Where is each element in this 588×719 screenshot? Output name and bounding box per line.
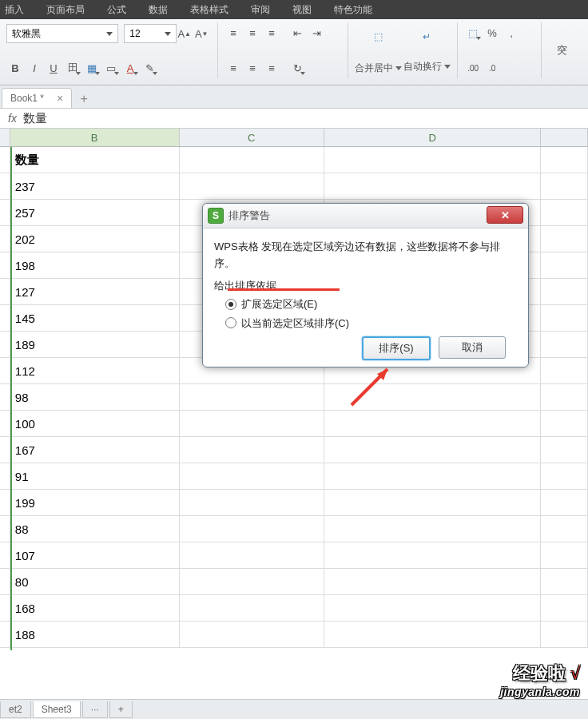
dialog-body: WPS表格 发现在选定区域旁边还有数据，这些数据将不参与排序。 给出排序依据 扩… [203, 228, 528, 370]
annotation-underline [228, 288, 340, 291]
cell[interactable]: 88 [10, 516, 180, 542]
watermark: 经验啦 √ jingyanla.com [500, 661, 580, 698]
merge-icon: ⬚ [374, 26, 383, 48]
orientation-icon[interactable]: ↻ [288, 59, 306, 77]
cell[interactable]: 198 [10, 252, 180, 278]
fx-icon[interactable]: fx [8, 112, 17, 125]
font-size-combo[interactable]: 12 [124, 24, 177, 43]
column-header-row: B C D [0, 129, 588, 147]
highlight-icon[interactable]: ✎ [141, 59, 158, 77]
align-group: ≡ ≡ ≡ ⇤ ⇥ ≡ ≡ ≡ ↻ [218, 22, 348, 78]
cell[interactable]: 112 [10, 358, 180, 383]
sheet-tab-bar: et2 Sheet3 ··· + [0, 699, 588, 719]
misc-group: 突 [542, 22, 583, 78]
col-header-c[interactable]: C [180, 129, 325, 146]
menubar: 插入 页面布局 公式 数据 表格样式 审阅 视图 特色功能 [0, 0, 588, 19]
menu-tablestyle[interactable]: 表格样式 [190, 3, 228, 17]
cancel-button[interactable]: 取消 [439, 336, 506, 359]
increase-font-icon[interactable]: A▲ [177, 25, 193, 42]
cell[interactable]: 100 [10, 411, 180, 436]
align-left-icon[interactable]: ≡ [224, 59, 242, 77]
fill-color-icon[interactable]: ▭ [102, 59, 120, 77]
cell[interactable]: 189 [10, 332, 180, 357]
align-middle-icon[interactable]: ≡ [244, 24, 261, 42]
align-right-icon[interactable]: ≡ [263, 59, 280, 77]
decrease-font-icon[interactable]: A▼ [193, 25, 209, 42]
cell[interactable]: 202 [10, 226, 180, 252]
align-bottom-icon[interactable]: ≡ [263, 24, 280, 42]
bold-icon[interactable]: B [6, 59, 24, 77]
menu-data[interactable]: 数据 [149, 3, 168, 17]
menu-layout[interactable]: 页面布局 [46, 3, 85, 17]
ribbon: 软雅黑 12 A▲ A▼ B I U 田 ▦ ▭ A ✎ ≡ ≡ ≡ [0, 19, 588, 85]
font-color-icon[interactable]: A [121, 59, 139, 77]
font-name-combo[interactable]: 软雅黑 [6, 24, 118, 43]
formula-value[interactable]: 数量 [23, 111, 47, 126]
sheet-tab-add[interactable]: + [109, 701, 133, 718]
radio-label: 扩展选定区域(E) [241, 296, 317, 312]
annotation-arrow [344, 361, 399, 409]
menu-feature[interactable]: 特色功能 [334, 3, 372, 17]
dialog-message: WPS表格 发现在选定区域旁边还有数据，这些数据将不参与排序。 [214, 238, 517, 272]
radio-current-selection[interactable]: 以当前选定区域排序(C) [225, 315, 517, 332]
merge-group: ⬚ 合并居中 ↵ 自动换行 [348, 22, 458, 78]
cell[interactable]: 237 [10, 173, 180, 199]
italic-icon[interactable]: I [26, 59, 43, 77]
increase-decimal-icon[interactable]: .00 [464, 59, 482, 77]
radio-label: 以当前选定区域排序(C) [241, 315, 349, 332]
cell[interactable]: 188 [10, 622, 180, 647]
sort-button[interactable]: 排序(S) [362, 336, 431, 360]
col-header-e[interactable] [541, 129, 588, 146]
cell[interactable]: 168 [10, 595, 180, 621]
sheet-tab-et2[interactable]: et2 [0, 701, 31, 718]
menu-formula[interactable]: 公式 [107, 3, 126, 17]
indent-decrease-icon[interactable]: ⇤ [288, 24, 306, 42]
watermark-check-icon: √ [570, 663, 580, 683]
cell-header[interactable]: 数量 [10, 147, 180, 173]
sheet-tab-sheet3[interactable]: Sheet3 [33, 701, 81, 718]
wrap-text-button[interactable]: ↵ 自动换行 [403, 26, 451, 75]
cell-style-icon[interactable]: ▦ [83, 59, 101, 77]
add-tab-button[interactable]: + [75, 90, 93, 108]
underline-icon[interactable]: U [45, 59, 62, 77]
number-format-icon[interactable]: ⬚ [464, 24, 482, 42]
comma-icon[interactable]: , [503, 24, 520, 42]
sort-warning-dialog: S 排序警告 ✕ WPS表格 发现在选定区域旁边还有数据，这些数据将不参与排序。… [202, 203, 529, 367]
cell[interactable]: 127 [10, 279, 180, 304]
decrease-decimal-icon[interactable]: .0 [483, 59, 501, 77]
wps-icon: S [208, 208, 224, 224]
align-top-icon[interactable]: ≡ [224, 24, 242, 42]
cell[interactable]: 145 [10, 305, 180, 331]
percent-icon[interactable]: % [483, 24, 501, 42]
dialog-close-button[interactable]: ✕ [487, 206, 523, 224]
indent-increase-icon[interactable]: ⇥ [308, 24, 325, 42]
radio-dot-selected [225, 299, 236, 310]
merge-center-button[interactable]: ⬚ 合并居中 [355, 26, 403, 75]
dialog-title: 排序警告 [228, 209, 270, 223]
sheet-tab-more[interactable]: ··· [82, 701, 108, 718]
border-icon[interactable]: 田 [64, 59, 81, 77]
cell[interactable]: 98 [10, 384, 180, 410]
file-tab-book1[interactable]: Book1 * × [2, 88, 72, 108]
col-header-b[interactable]: B [10, 129, 180, 146]
close-tab-icon[interactable]: × [57, 92, 63, 105]
menu-review[interactable]: 审阅 [251, 3, 270, 17]
cell[interactable]: 91 [10, 463, 180, 489]
cell[interactable]: 199 [10, 490, 180, 515]
cell[interactable]: 257 [10, 200, 180, 225]
col-header-d[interactable]: D [324, 129, 541, 146]
cell[interactable]: 107 [10, 542, 180, 568]
watermark-url: jingyanla.com [500, 685, 580, 698]
wrap-icon: ↵ [423, 26, 431, 48]
menu-insert[interactable]: 插入 [5, 3, 24, 17]
formula-bar: fx 数量 [0, 109, 588, 129]
radio-expand-selection[interactable]: 扩展选定区域(E) [225, 296, 517, 312]
menu-view[interactable]: 视图 [292, 3, 312, 17]
cell[interactable]: 167 [10, 437, 180, 463]
dialog-title-bar[interactable]: S 排序警告 ✕ [203, 204, 528, 228]
row-header-corner[interactable] [0, 129, 10, 146]
align-center-icon[interactable]: ≡ [244, 59, 261, 77]
cell[interactable]: 80 [10, 569, 180, 594]
file-tab-label: Book1 * [10, 93, 44, 104]
file-tab-bar: Book1 * × + [0, 85, 588, 109]
